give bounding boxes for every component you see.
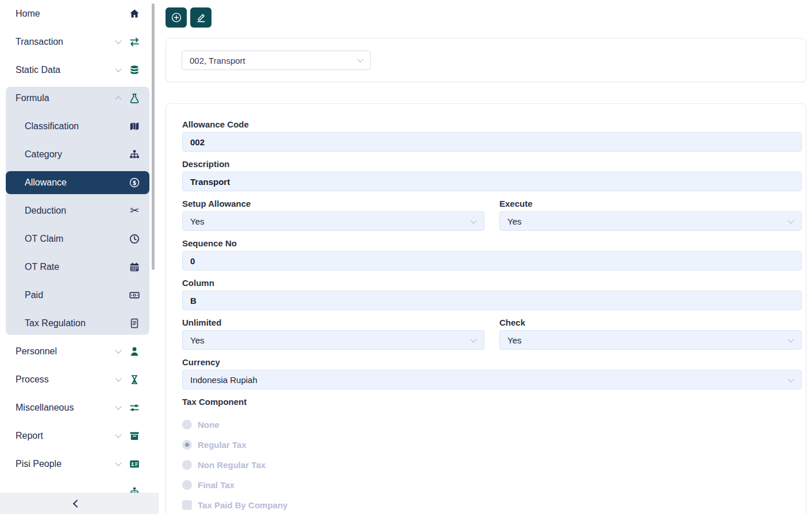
tax-checkbox-label: Tax Paid By Company <box>198 500 287 510</box>
allowance-record-select[interactable]: 002, Transport <box>182 51 371 70</box>
plus-circle-icon <box>171 12 182 24</box>
sidebar-item-label: Category <box>25 149 129 160</box>
sequence-no-field[interactable]: 0 <box>182 251 802 270</box>
pencil-icon <box>195 12 207 24</box>
column-value: B <box>190 296 197 306</box>
chevron-up-icon <box>115 96 121 102</box>
document-icon <box>129 318 140 329</box>
execute-select[interactable]: Yes <box>499 211 802 231</box>
radio-icon <box>182 420 192 430</box>
sidebar-item-transaction[interactable]: Transaction <box>6 30 149 53</box>
sidebar-collapse-button[interactable] <box>0 493 159 514</box>
description-label: Description <box>182 159 802 169</box>
sitemap-icon <box>129 149 140 160</box>
banknote-icon: 1 <box>129 289 140 301</box>
chevron-down-icon <box>787 336 794 342</box>
chevron-down-icon <box>115 375 121 381</box>
sidebar-item-ot-rate[interactable]: OT Rate <box>6 256 149 279</box>
chevron-down-icon <box>470 217 476 223</box>
radio-icon <box>182 480 192 490</box>
setup-allowance-value: Yes <box>190 217 204 226</box>
chevron-down-icon <box>115 403 121 409</box>
sidebar-item-paid[interactable]: Paid 1 <box>6 284 149 307</box>
currency-label: Currency <box>182 357 802 368</box>
formula-group: Formula Classification <box>6 87 149 335</box>
record-selector-card: 002, Transport <box>166 38 806 82</box>
sidebar-item-miscellaneous[interactable]: Miscellaneous <box>6 396 149 419</box>
sidebar-item-label: Personnel <box>16 346 116 357</box>
execute-label: Execute <box>499 199 802 209</box>
sidebar-item-static-data[interactable]: Static Data <box>6 59 149 82</box>
execute-value: Yes <box>507 217 521 226</box>
sidebar-item-formula[interactable]: Formula <box>6 87 149 110</box>
tax-option-none: None <box>182 419 802 430</box>
svg-text:$: $ <box>133 180 137 186</box>
sidebar-item-label: Tax Regulation <box>25 318 129 329</box>
description-field[interactable]: Transport <box>182 172 802 191</box>
sidebar-nav: Home Transaction Static Data <box>0 0 154 504</box>
chevron-down-icon <box>115 65 121 72</box>
chevron-down-icon <box>787 376 794 382</box>
sidebar-scrollbar[interactable] <box>152 3 155 270</box>
archive-box-icon <box>129 430 140 442</box>
chevron-down-icon <box>115 459 121 466</box>
sidebar-item-pisi-people[interactable]: Pisi People <box>6 453 149 476</box>
sidebar-item-label: Report <box>16 431 116 441</box>
unlimited-label: Unlimited <box>182 318 484 328</box>
setup-allowance-select[interactable]: Yes <box>182 211 484 231</box>
allowance-form-card: Allowance Code 002 Description Transport… <box>166 103 806 514</box>
sidebar-item-report[interactable]: Report <box>6 424 149 447</box>
chevron-down-icon <box>115 37 121 44</box>
scissors-icon: ✂ <box>129 205 140 217</box>
sidebar-item-label: Process <box>16 374 116 385</box>
sequence-no-value: 0 <box>190 256 195 266</box>
transfer-arrows-icon <box>129 36 140 48</box>
svg-text:1: 1 <box>133 293 136 297</box>
map-icon <box>129 121 140 132</box>
sliders-icon <box>129 402 140 413</box>
tax-component-options: None Regular Tax Non Regular Tax Final T… <box>182 419 802 511</box>
radio-icon <box>182 460 192 470</box>
chevron-down-icon <box>115 431 121 438</box>
setup-allowance-label: Setup Allowance <box>182 199 484 209</box>
database-icon <box>129 64 140 76</box>
sidebar-item-ot-claim[interactable]: OT Claim <box>6 227 149 250</box>
tax-option-label: Non Regular Tax <box>198 460 265 470</box>
radio-selected-icon <box>182 440 192 450</box>
sidebar-item-deduction[interactable]: Deduction ✂ <box>6 199 149 222</box>
sidebar-item-label: OT Claim <box>25 234 129 244</box>
sidebar-item-allowance[interactable]: Allowance $ <box>6 171 149 194</box>
sidebar-item-process[interactable]: Process <box>6 368 149 391</box>
tax-option-non-regular-tax: Non Regular Tax <box>182 459 802 470</box>
checkbox-icon <box>182 500 192 510</box>
column-field[interactable]: B <box>182 291 802 310</box>
add-button[interactable] <box>166 7 187 28</box>
app-window: Home Transaction Static Data <box>0 0 812 514</box>
sidebar-item-label: Pisi People <box>16 459 116 469</box>
sidebar-item-category[interactable]: Category <box>6 143 149 166</box>
edit-button[interactable] <box>190 7 211 28</box>
sidebar-item-classification[interactable]: Classification <box>6 115 149 138</box>
tax-option-label: Regular Tax <box>198 440 247 450</box>
sidebar-item-label: Classification <box>25 121 129 132</box>
chevron-left-icon <box>73 499 81 507</box>
person-icon <box>129 346 140 357</box>
sidebar: Home Transaction Static Data <box>0 0 159 514</box>
unlimited-select[interactable]: Yes <box>182 330 484 350</box>
hourglass-icon <box>129 374 140 385</box>
sidebar-item-home[interactable]: Home <box>6 2 149 25</box>
tax-option-label: Final Tax <box>198 480 234 490</box>
chevron-down-icon <box>787 217 794 223</box>
currency-select[interactable]: Indonesia Rupiah <box>182 370 802 389</box>
flask-icon <box>129 92 140 104</box>
chevron-down-icon <box>115 347 121 353</box>
unlimited-value: Yes <box>190 335 204 345</box>
sidebar-item-tax-regulation[interactable]: Tax Regulation <box>6 312 149 335</box>
sidebar-item-label: Miscellaneous <box>16 403 116 413</box>
sidebar-item-personnel[interactable]: Personnel <box>6 340 149 363</box>
sidebar-item-label: Home <box>16 9 129 19</box>
check-select[interactable]: Yes <box>499 330 802 350</box>
sidebar-item-label: Static Data <box>16 65 116 75</box>
description-value: Transport <box>190 177 230 187</box>
allowance-code-field[interactable]: 002 <box>182 132 802 152</box>
